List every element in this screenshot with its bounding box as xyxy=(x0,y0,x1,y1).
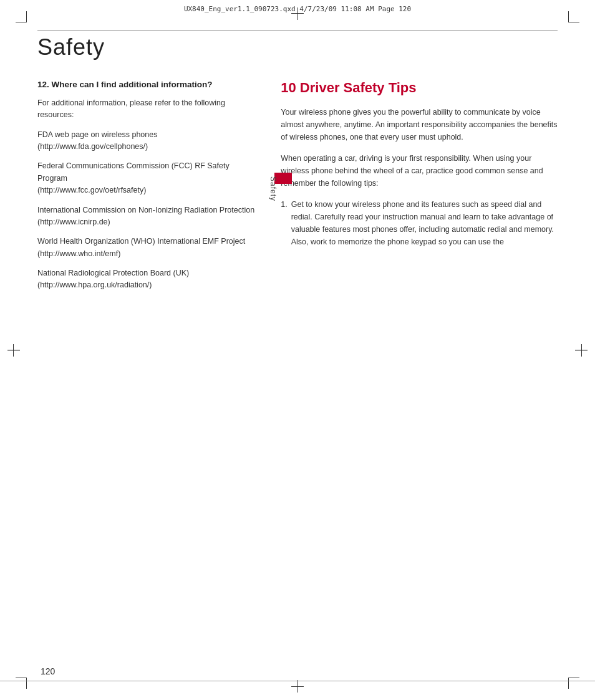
file-info: UX840_Eng_ver1.1_090723.qxd 4/7/23/09 11… xyxy=(184,5,411,13)
cross-mark xyxy=(7,350,20,350)
resource-url: (http://www.fda.gov/cellphones/) xyxy=(37,142,148,151)
crop-mark xyxy=(26,678,27,689)
cross-mark xyxy=(13,344,14,357)
header-bar: UX840_Eng_ver1.1_090723.qxd 4/7/23/09 11… xyxy=(0,5,595,13)
page-container: UX840_Eng_ver1.1_090723.qxd 4/7/23/09 11… xyxy=(0,0,595,700)
left-column: 12. Where can I find additional informat… xyxy=(37,79,256,299)
tip-number: 1. xyxy=(281,198,287,248)
crop-mark xyxy=(568,678,579,678)
resource-url: (http://www.who.int/emf) xyxy=(37,249,120,258)
page-number: 120 xyxy=(41,666,55,676)
resource-item: International Commission on Non-Ionizing… xyxy=(37,204,256,229)
two-column-layout: 12. Where can I find additional informat… xyxy=(37,79,558,299)
tip-text: Get to know your wireless phone and its … xyxy=(291,198,558,248)
resource-name: World Health Organization (WHO) Internat… xyxy=(37,237,245,246)
resource-url: (http://www.icnirp.de) xyxy=(37,218,110,226)
section-heading: 12. Where can I find additional informat… xyxy=(37,79,256,91)
cross-mark xyxy=(581,344,582,357)
tip-item-1: 1. Get to know your wireless phone and i… xyxy=(281,198,558,248)
intro-text: For additional information, please refer… xyxy=(37,97,256,122)
resource-name: Federal Communications Commission (FCC) … xyxy=(37,161,230,182)
resource-url: (http://www.fcc.gov/oet/rfsafety) xyxy=(37,186,146,194)
top-rule xyxy=(37,30,558,31)
resource-name: National Radiological Protection Board (… xyxy=(37,269,189,277)
resource-item: World Health Organization (WHO) Internat… xyxy=(37,236,256,260)
resource-name: International Commission on Non-Ionizing… xyxy=(37,206,254,214)
cross-mark xyxy=(298,680,298,693)
right-column: 10 Driver Safety Tips Your wireless phon… xyxy=(281,79,558,299)
resource-item: Federal Communications Commission (FCC) … xyxy=(37,160,256,196)
crop-mark xyxy=(568,22,579,22)
tips-paragraph-1: Your wireless phone gives you the powerf… xyxy=(281,106,558,143)
sidebar-label: Safety xyxy=(269,176,278,201)
crop-mark xyxy=(16,22,27,22)
resource-item: FDA web page on wireless phones (http://… xyxy=(37,129,256,153)
crop-mark xyxy=(16,678,27,678)
bottom-rule xyxy=(0,681,595,681)
content-area: Safety 12. Where can I find additional i… xyxy=(37,34,558,663)
resource-name: FDA web page on wireless phones xyxy=(37,130,157,139)
tips-paragraph-2: When operating a car, driving is your fi… xyxy=(281,152,558,189)
resource-url: (http://www.hpa.org.uk/radiation/) xyxy=(37,280,152,289)
tips-heading: 10 Driver Safety Tips xyxy=(281,79,558,97)
page-title: Safety xyxy=(37,34,558,60)
crop-mark xyxy=(568,678,569,689)
resource-item: National Radiological Protection Board (… xyxy=(37,267,256,292)
